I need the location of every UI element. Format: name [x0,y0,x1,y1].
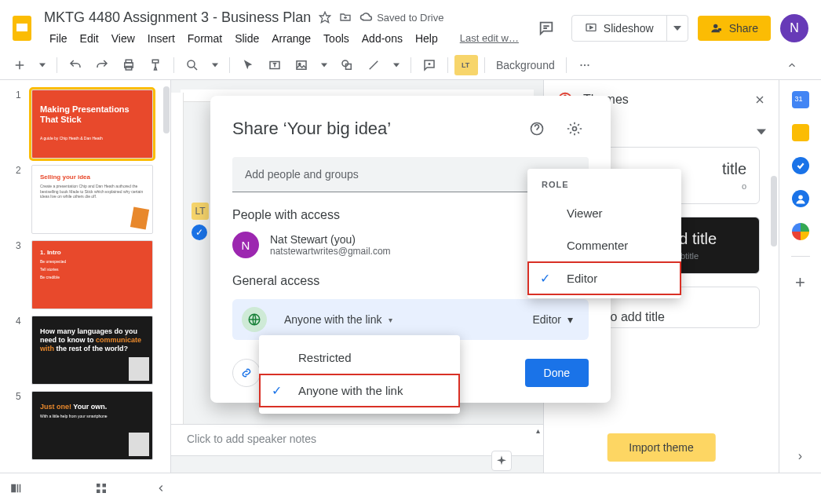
zoom-caret[interactable] [207,59,223,71]
slide-thumb-2[interactable]: 2 Selling your ideaCreate a presentation… [0,162,170,237]
svg-rect-32 [11,484,16,492]
maps-icon[interactable] [792,223,809,240]
link-restricted-option[interactable]: Restricted [259,341,460,374]
menu-edit[interactable]: Edit [75,29,104,48]
link-mode-menu: Restricted ✓ Anyone with the link [259,335,460,414]
close-themes-icon[interactable] [753,93,766,106]
svg-rect-34 [20,484,21,492]
redo-button[interactable] [90,55,114,75]
move-folder-icon[interactable] [339,11,352,24]
copy-link-button[interactable] [232,359,261,387]
scroll-up-icon[interactable]: ▴ [536,426,540,435]
svg-rect-36 [103,484,107,488]
account-avatar[interactable]: N [780,14,808,42]
globe-icon [242,307,267,332]
filmstrip-view-icon[interactable] [9,481,24,495]
role-editor-option[interactable]: ✓ Editor [527,261,681,295]
comments-button[interactable] [531,13,562,44]
spellcheck-tool[interactable]: LT [454,55,478,75]
slide-thumb-3[interactable]: 3 1. IntroBe unexpectedTell storiesBe cr… [0,237,170,312]
more-tools[interactable] [573,55,597,75]
svg-marker-28 [757,129,766,134]
contacts-icon[interactable] [792,190,809,207]
shape-tool[interactable] [335,55,359,75]
owner-avatar: N [232,232,259,258]
menu-view[interactable]: View [106,29,140,48]
select-tool[interactable] [236,55,260,75]
person-lock-icon [710,22,723,35]
svg-marker-4 [589,26,592,28]
menu-addons[interactable]: Add-ons [356,29,408,48]
cloud-status[interactable]: Saved to Drive [359,10,443,24]
slideshow-button[interactable]: Slideshow [572,16,666,41]
svg-rect-7 [718,28,721,31]
rail-collapse-icon[interactable]: › [798,449,802,463]
print-button[interactable] [117,55,140,75]
calendar-icon[interactable] [792,91,809,108]
grid-view-icon[interactable] [94,481,108,495]
link-mode-dropdown[interactable]: Anyone with the link ▾ [276,309,400,331]
paint-format-button[interactable] [144,55,167,75]
slide-thumb-4[interactable]: 4 How many languages do you need to know… [0,312,170,388]
textbox-tool[interactable] [263,55,286,75]
explore-button[interactable] [491,451,512,471]
zoom-button[interactable] [181,55,204,75]
chevron-down-icon: ▾ [567,313,573,326]
link-anyone-option[interactable]: ✓ Anyone with the link [259,374,460,407]
ruler-vertical[interactable] [171,93,184,424]
image-caret[interactable] [316,59,332,71]
svg-marker-20 [393,63,400,67]
menu-tools[interactable]: Tools [318,29,355,48]
role-viewer-option[interactable]: Viewer [527,197,681,229]
import-theme-button[interactable]: Import theme [607,433,715,462]
help-icon[interactable] [523,115,551,143]
menu-format[interactable]: Format [182,29,228,48]
new-slide-button[interactable] [8,55,31,75]
menu-insert[interactable]: Insert [142,29,181,48]
comment-tool[interactable] [418,55,441,75]
svg-rect-35 [97,484,100,488]
menu-file[interactable]: File [44,29,73,48]
svg-marker-13 [212,63,218,67]
new-slide-caret[interactable] [35,59,50,71]
menu-slide[interactable]: Slide [229,29,265,48]
keep-icon[interactable] [792,124,809,141]
collapse-toolbar[interactable] [782,57,802,74]
filmstrip[interactable]: 1 Making Presentations That StickA guide… [0,80,171,473]
lt-badge[interactable]: LT [192,203,209,220]
doc-title[interactable]: MKTG 4480 Assignment 3 - Business Plan [44,9,311,26]
image-tool[interactable] [290,55,313,75]
star-icon[interactable] [319,11,331,24]
share-button[interactable]: Share [698,16,771,41]
menu-arrange[interactable]: Arrange [266,29,316,48]
chevron-down-icon: ▾ [389,316,392,324]
slides-logo[interactable] [6,13,38,44]
toolbar: LT Background [0,50,821,80]
done-button[interactable]: Done [525,359,589,387]
line-tool[interactable] [362,55,385,75]
last-edit-link[interactable]: Last edit w… [454,29,524,47]
speaker-notes[interactable]: Click to add speaker notes ▴ [171,424,543,455]
role-menu: ROLE Viewer Commenter ✓ Editor [527,169,681,298]
slideshow-caret[interactable] [666,16,688,41]
menu-bar: File Edit View Insert Format Slide Arran… [44,29,531,48]
collapse-filmstrip-icon[interactable] [155,483,166,494]
settings-icon[interactable] [560,115,589,143]
role-commenter-option[interactable]: Commenter [527,229,681,261]
role-dropdown[interactable]: Editor ▾ [526,310,579,329]
themes-scrollbar[interactable] [771,176,777,247]
owner-name: Nat Stewart (you) [270,233,391,246]
menu-help[interactable]: Help [410,29,443,48]
background-tool[interactable]: Background [491,59,560,71]
undo-button[interactable] [64,55,87,75]
slide-thumb-1[interactable]: 1 Making Presentations That StickA guide… [0,86,170,162]
lt-check-icon[interactable]: ✓ [192,225,207,240]
side-panel-rail: + › [779,80,821,473]
svg-rect-15 [297,60,306,69]
share-title: Share ‘Your big idea’ [232,119,513,139]
tasks-icon[interactable] [792,157,809,174]
line-caret[interactable] [389,59,404,71]
slide-thumb-5[interactable]: 5 Just one! Your own.With a little help … [0,388,170,463]
addons-plus-icon[interactable]: + [795,272,805,293]
play-icon [585,22,597,35]
